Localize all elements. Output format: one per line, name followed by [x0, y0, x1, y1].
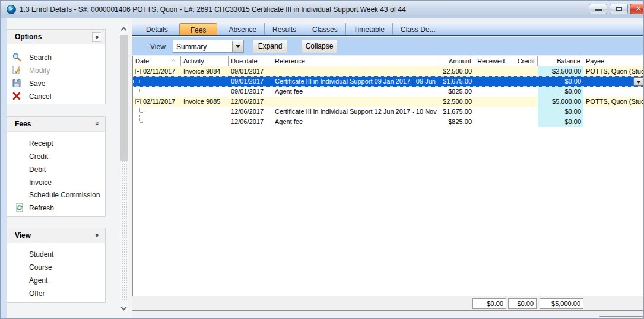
enrol-details-window: 1.3 Enrol Details - S#: 0000001406 POTTS… [0, 0, 644, 319]
minimize-button[interactable] [589, 4, 607, 14]
tree-line [139, 87, 140, 92]
options-panel-header[interactable]: Options » [7, 30, 105, 44]
sidebar-item-label: Schedule Commission [29, 191, 100, 199]
sidebar-item-offer[interactable]: Offer [7, 287, 105, 300]
sidebar-item-label: Save [29, 79, 45, 88]
totals-bar: $0.00 $0.00 $5,000.00 [132, 296, 644, 311]
view-panel: View » Student Course Agent Offer [7, 228, 106, 303]
sidebar-item-label: Offer [29, 289, 45, 298]
column-header-received[interactable]: Received [474, 56, 507, 66]
window-left-edge [1, 18, 7, 319]
sort-asc-icon [171, 59, 176, 62]
window-title: 1.3 Enrol Details - S#: 0000001406 POTTS… [20, 5, 406, 14]
grid-header: Date Activity Due date Reference Amount … [133, 56, 644, 66]
sidebar-item-label: Receipt [29, 139, 53, 148]
chevron-down-icon[interactable] [232, 41, 243, 52]
collapse-panel-icon[interactable]: » [92, 119, 101, 129]
view-label: View [150, 43, 166, 51]
modify-icon [12, 65, 21, 75]
tree-line [140, 122, 145, 123]
sidebar-item-course[interactable]: Course [7, 261, 105, 274]
sidebar-item-refresh[interactable]: Refresh [7, 202, 105, 215]
column-header-payee[interactable]: Payee [583, 56, 644, 66]
column-header-balance[interactable]: Balance [538, 56, 583, 66]
sidebar-item-label: Refresh [29, 204, 54, 212]
minimize-icon [595, 9, 602, 11]
main-content: Details Fees Absence Results Classes Tim… [132, 18, 644, 319]
column-header-credit[interactable]: Credit [507, 56, 538, 66]
column-header-reference[interactable]: Reference [272, 56, 437, 66]
chevron-down-icon [636, 81, 641, 84]
table-row[interactable]: 09/01/2017 Agent fee $825.00 $0.00 [133, 87, 644, 97]
tab-timetable[interactable]: Timetable [345, 23, 392, 35]
refresh-icon [15, 203, 24, 212]
payee-dropdown-button[interactable] [633, 77, 643, 86]
sidebar-item-invoice[interactable]: Invoice [7, 176, 105, 189]
sidebar-item-receipt[interactable]: Receipt [7, 137, 105, 150]
sidebar-item-search[interactable]: Search [7, 51, 105, 64]
close-icon: ✕ [630, 5, 644, 13]
table-row-invoice-9884[interactable]: 02/11/2017 Invoice 9884 09/01/2017 $2,50… [133, 66, 644, 76]
fees-panel-header[interactable]: Fees » [7, 117, 105, 132]
tab-details[interactable]: Details [138, 23, 176, 35]
table-row-selected[interactable]: 09/01/2017 Certificate III in Individual… [133, 76, 644, 87]
tab-results[interactable]: Results [264, 23, 304, 35]
maximize-icon [616, 7, 622, 11]
fees-grid: Date Activity Due date Reference Amount … [132, 56, 644, 296]
column-header-activity[interactable]: Activity [181, 56, 229, 66]
tab-class-details[interactable]: Class De... [392, 23, 443, 35]
sidebar-item-modify[interactable]: Modify [7, 64, 105, 77]
sidebar-scrollbar[interactable] [120, 24, 128, 312]
close-button[interactable]: ✕ [630, 4, 644, 14]
collapse-panel-icon[interactable]: » [92, 32, 101, 42]
scroll-up-icon[interactable] [121, 27, 127, 33]
view-select[interactable]: Summary [173, 40, 244, 53]
sidebar-item-save[interactable]: Save [7, 77, 105, 90]
table-row-invoice-9885[interactable]: 02/11/2017 Invoice 9885 12/06/2017 $2,50… [133, 97, 644, 107]
scrollbar-thumb[interactable] [120, 35, 128, 161]
options-panel: Options » Search Modify Save Cancel [7, 29, 106, 104]
title-bar[interactable]: 1.3 Enrol Details - S#: 0000001406 POTTS… [1, 1, 644, 18]
tab-classes[interactable]: Classes [304, 23, 345, 35]
collapse-panel-icon[interactable]: » [92, 231, 101, 240]
search-icon [12, 52, 21, 62]
tree-line [140, 82, 145, 82]
sidebar-item-agent[interactable]: Agent [7, 274, 105, 287]
column-header-amount[interactable]: Amount [437, 56, 474, 66]
sidebar-item-label: Credit [29, 152, 48, 161]
tree-line [140, 112, 145, 113]
sidebar-item-label: Invoice [29, 178, 52, 187]
table-row[interactable]: 12/06/2017 Agent fee $825.00 $0.00 [133, 117, 644, 127]
sidebar-item-credit[interactable]: Credit [7, 150, 105, 163]
credit-total: $0.00 [508, 298, 537, 309]
column-header-due-date[interactable]: Due date [229, 56, 272, 66]
sidebar-item-debit[interactable]: Debit [7, 163, 105, 176]
close-form-button[interactable]: Close [599, 316, 644, 319]
sidebar-item-label: Agent [29, 276, 47, 285]
sidebar-item-student[interactable]: Student [7, 248, 105, 261]
collapse-node-icon[interactable] [135, 99, 141, 104]
sidebar-item-label: Student [29, 250, 53, 259]
collapse-button[interactable]: Collapse [302, 40, 337, 53]
maximize-button[interactable] [610, 4, 628, 14]
received-total: $0.00 [472, 298, 506, 309]
sidebar-item-schedule-commission[interactable]: Schedule Commission [7, 189, 105, 202]
fees-panel: Fees » Receipt Credit Debit Invoice Sche… [7, 116, 106, 217]
cancel-icon [12, 91, 21, 101]
expand-button[interactable]: Expand [253, 40, 287, 53]
collapse-node-icon[interactable] [135, 69, 141, 74]
options-panel-title: Options [15, 33, 42, 41]
tab-absence[interactable]: Absence [221, 23, 264, 35]
tab-fees[interactable]: Fees [179, 23, 218, 35]
scrollbar-track[interactable] [121, 161, 127, 301]
table-row[interactable]: 12/06/2017 Certificate III in Individual… [133, 107, 644, 117]
tab-strip: Details Fees Absence Results Classes Tim… [132, 23, 644, 36]
view-panel-title: View [15, 231, 31, 240]
tree-line [140, 92, 145, 92]
column-header-date[interactable]: Date [133, 56, 181, 66]
scroll-down-icon[interactable] [121, 305, 127, 311]
sidebar-item-label: Search [29, 53, 52, 62]
view-select-value: Summary [176, 43, 207, 51]
sidebar-item-cancel[interactable]: Cancel [7, 90, 105, 103]
view-panel-header[interactable]: View » [7, 228, 105, 243]
